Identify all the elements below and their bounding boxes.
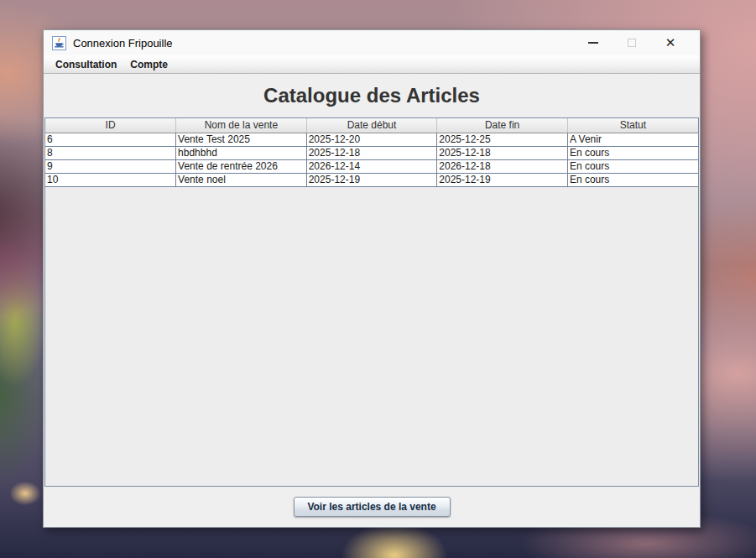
column-header[interactable]: Date fin	[437, 118, 568, 133]
menu-consultation[interactable]: Consultation	[49, 56, 123, 73]
maximize-icon	[628, 39, 636, 47]
table-cell[interactable]: Vente noel	[176, 173, 307, 186]
window-controls: ✕	[574, 30, 690, 55]
table-cell[interactable]: 2026-12-18	[437, 159, 568, 173]
table-cell[interactable]: 2026-12-14	[306, 159, 437, 173]
table-scrollpane[interactable]: IDNom de la venteDate débutDate finStatu…	[44, 117, 699, 487]
table-cell[interactable]: 6	[45, 133, 176, 146]
table-cell[interactable]: 10	[45, 173, 176, 186]
window-title: Connexion Fripouille	[73, 37, 173, 50]
column-header[interactable]: ID	[45, 118, 176, 133]
java-coffee-cup-icon	[52, 36, 66, 50]
content-pane: Catalogue des Articles IDNom de la vente…	[44, 74, 700, 527]
menu-compte[interactable]: Compte	[123, 56, 175, 73]
table-header-row: IDNom de la venteDate débutDate finStatu…	[45, 118, 698, 133]
table-row[interactable]: 6Vente Test 20252025-12-202025-12-25A Ve…	[45, 133, 698, 146]
menu-bar: Consultation Compte	[44, 55, 700, 74]
table-cell[interactable]: 8	[45, 146, 176, 159]
table-cell[interactable]: 2025-12-19	[437, 173, 568, 186]
minimize-icon	[588, 42, 598, 44]
table-row[interactable]: 10Vente noel2025-12-192025-12-19En cours	[45, 173, 698, 186]
table-cell[interactable]: Vente Test 2025	[176, 133, 307, 146]
footer-bar: Voir les articles de la vente	[44, 487, 700, 527]
table-cell[interactable]: Vente de rentrée 2026	[176, 159, 307, 173]
app-window: Connexion Fripouille ✕ Consultation Comp…	[43, 29, 701, 528]
close-button[interactable]: ✕	[651, 30, 690, 55]
view-sale-articles-button[interactable]: Voir les articles de la vente	[294, 497, 451, 517]
table-row[interactable]: 9Vente de rentrée 20262026-12-142026-12-…	[45, 159, 698, 173]
table-cell[interactable]: 2025-12-18	[437, 146, 568, 159]
column-header[interactable]: Statut	[567, 118, 698, 133]
sales-table: IDNom de la venteDate débutDate finStatu…	[45, 118, 698, 187]
table-cell[interactable]: 2025-12-19	[306, 173, 437, 186]
table-cell[interactable]: En cours	[567, 146, 698, 159]
table-cell[interactable]: 2025-12-18	[306, 146, 437, 159]
table-cell[interactable]: 9	[45, 159, 176, 173]
column-header[interactable]: Nom de la vente	[176, 118, 307, 133]
title-bar: Connexion Fripouille ✕	[44, 30, 700, 55]
table-cell[interactable]: hbdhbhd	[176, 146, 307, 159]
table-cell[interactable]: En cours	[567, 173, 698, 186]
table-cell[interactable]: En cours	[567, 159, 698, 173]
column-header[interactable]: Date début	[306, 118, 437, 133]
table-row[interactable]: 8hbdhbhd2025-12-182025-12-18En cours	[45, 146, 698, 159]
table-cell[interactable]: 2025-12-25	[437, 133, 568, 146]
table-cell[interactable]: 2025-12-20	[306, 133, 437, 146]
maximize-button[interactable]	[613, 30, 651, 55]
page-title: Catalogue des Articles	[44, 74, 700, 117]
table-cell[interactable]: A Venir	[567, 133, 698, 146]
close-icon: ✕	[665, 35, 676, 50]
minimize-button[interactable]	[574, 30, 613, 55]
table-body: 6Vente Test 20252025-12-202025-12-25A Ve…	[45, 133, 698, 186]
